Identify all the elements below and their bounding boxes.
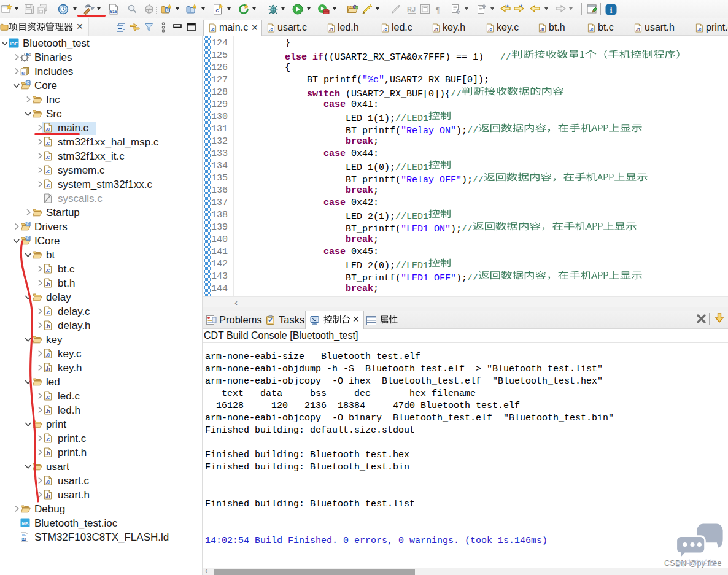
svg-text:.c: .c bbox=[45, 168, 50, 174]
svg-text:.c: .c bbox=[45, 154, 50, 160]
svg-text:.c: .c bbox=[697, 26, 702, 32]
svg-text:.h: .h bbox=[329, 26, 333, 32]
svg-text:i: i bbox=[610, 6, 613, 15]
svg-text:IDE: IDE bbox=[10, 41, 18, 47]
svg-text:.c: .c bbox=[269, 26, 273, 32]
svg-text:h: h bbox=[23, 72, 25, 75]
svg-text:J: J bbox=[412, 6, 416, 13]
svg-text:.c: .c bbox=[488, 26, 492, 32]
svg-text:010: 010 bbox=[110, 10, 117, 14]
svg-text:.c: .c bbox=[45, 182, 50, 188]
svg-text:.c: .c bbox=[211, 26, 215, 32]
svg-text:MX: MX bbox=[21, 520, 28, 526]
svg-text:C: C bbox=[166, 8, 169, 12]
svg-text:C: C bbox=[26, 222, 29, 226]
svg-text:¶: ¶ bbox=[436, 5, 440, 14]
svg-text:.h: .h bbox=[540, 26, 544, 32]
svg-text:.c: .c bbox=[383, 26, 387, 32]
svg-text:c: c bbox=[215, 7, 219, 14]
svg-text:R: R bbox=[407, 6, 412, 13]
svg-text:.h: .h bbox=[434, 26, 438, 32]
svg-text:C: C bbox=[26, 81, 29, 85]
svg-text:LD: LD bbox=[22, 538, 26, 541]
svg-text:.h: .h bbox=[636, 26, 640, 32]
svg-text:.c: .c bbox=[589, 26, 594, 32]
svg-text:.c: .c bbox=[45, 140, 50, 146]
svg-text:.c: .c bbox=[45, 126, 50, 132]
